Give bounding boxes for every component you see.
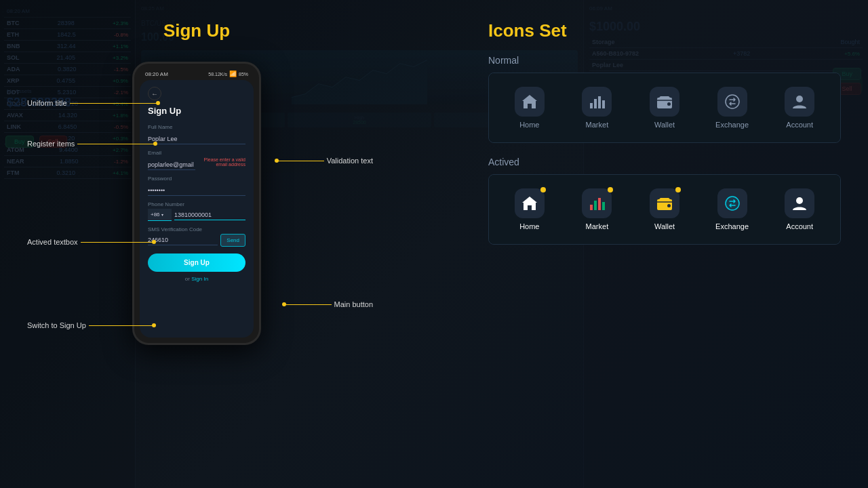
home-icon-normal: [515, 87, 545, 117]
main-content: Sign Up 08:20 AM 58.12K/s 📶 85%: [0, 0, 868, 488]
icon-item-wallet-normal[interactable]: Wallet: [637, 87, 692, 129]
annotation-validation-text-label: Validation text: [327, 157, 373, 165]
signup-button[interactable]: Sign Up: [148, 253, 245, 272]
icon-item-market-normal[interactable]: Market: [570, 87, 624, 129]
account-icon-normal: [785, 87, 814, 117]
svg-rect-13: [667, 204, 671, 207]
svg-point-14: [726, 197, 739, 210]
exchange-icon-active: [717, 188, 747, 218]
home-icon-active: [515, 188, 545, 218]
icon-item-wallet-active[interactable]: Wallet: [637, 188, 692, 230]
annotation-switch-label: Switch to Sign Up: [27, 321, 86, 329]
svg-rect-1: [594, 99, 597, 108]
phone-signal: 58.12K/s: [208, 72, 227, 77]
svg-rect-2: [598, 96, 601, 108]
annotation-uniform-title: Uniform title: [27, 99, 158, 107]
svg-point-15: [796, 197, 803, 204]
password-label: Password: [148, 176, 245, 182]
annotation-validation-text: Validation text: [277, 157, 373, 165]
right-section: Icons Set Normal Home: [488, 14, 841, 258]
country-code-selector[interactable]: +86 ▾: [148, 209, 172, 221]
signin-link[interactable]: Sign In: [191, 276, 208, 282]
email-field: Email Please enter a valid email address: [148, 150, 245, 170]
icon-item-exchange-active[interactable]: Exchange: [705, 188, 760, 230]
phone-wifi-icon: 📶: [229, 70, 237, 77]
email-input-wrap: [148, 157, 195, 170]
sms-input[interactable]: [148, 235, 218, 245]
icon-item-account-normal[interactable]: Account: [772, 87, 827, 129]
wallet-label-normal: Wallet: [654, 121, 675, 129]
home-label-active: Home: [519, 222, 539, 230]
exchange-icon-normal: [717, 87, 747, 117]
password-input[interactable]: [148, 186, 245, 196]
or-text: or: [185, 276, 190, 282]
icon-item-exchange-normal[interactable]: Exchange: [705, 87, 760, 129]
phone-input-row: +86 ▾: [148, 209, 245, 221]
signin-switch-row: or Sign In: [148, 276, 245, 282]
market-notification-dot: [608, 187, 613, 192]
market-label-active: Market: [586, 222, 609, 230]
account-label-normal: Account: [786, 121, 813, 129]
svg-rect-3: [602, 100, 605, 108]
icon-item-account-active[interactable]: Account: [772, 188, 827, 230]
fullname-label: Full Name: [148, 124, 245, 130]
annotation-actived-textbox-label: Actived textbox: [27, 238, 78, 246]
email-label: Email: [148, 150, 245, 156]
sms-field: SMS Verification Code Send: [148, 226, 245, 247]
phone-page-title: Sign Up: [148, 106, 245, 116]
phone-battery: 85%: [239, 72, 248, 77]
annotation-main-button: Main button: [284, 300, 373, 308]
wallet-label-active: Wallet: [654, 222, 675, 230]
active-icons-panel: Home Market: [488, 174, 841, 245]
svg-rect-10: [598, 198, 601, 210]
password-field: Password: [148, 176, 245, 196]
back-arrow-icon: ←: [151, 90, 158, 98]
wallet-icon-active: [650, 188, 679, 218]
phone-screen: ← Sign Up Full Name Email: [140, 80, 254, 338]
normal-icons-panel: Home Market: [488, 73, 841, 143]
annotation-actived-textbox: Actived textbox: [27, 238, 154, 246]
phone-field: Phone Number +86 ▾: [148, 201, 245, 221]
svg-rect-8: [590, 205, 593, 210]
svg-point-6: [726, 95, 739, 108]
market-label-normal: Market: [586, 121, 609, 129]
market-icon-active: [582, 188, 612, 218]
phone-back-button[interactable]: ←: [148, 87, 161, 100]
account-label-active: Account: [786, 222, 813, 230]
annotation-register-items-label: Register items: [27, 140, 75, 148]
email-error-text: Please enter a valid email address: [198, 157, 245, 167]
svg-rect-11: [602, 202, 605, 210]
phone-label: Phone Number: [148, 201, 245, 207]
annotation-uniform-title-label: Uniform title: [27, 99, 67, 107]
icon-item-home-active[interactable]: Home: [502, 188, 557, 230]
sms-input-row: Send: [148, 234, 245, 247]
left-section: Sign Up 08:20 AM 58.12K/s 📶 85%: [27, 14, 366, 414]
svg-rect-0: [590, 103, 593, 108]
svg-point-7: [796, 96, 803, 102]
normal-state-label: Normal: [488, 55, 841, 66]
chevron-down-icon: ▾: [161, 212, 163, 217]
phone-number-input[interactable]: [174, 210, 245, 220]
annotation-main-button-label: Main button: [334, 300, 373, 308]
fullname-field: Full Name: [148, 124, 245, 144]
icons-set-title: Icons Set: [488, 20, 841, 41]
active-state-label: Actived: [488, 157, 841, 167]
send-sms-button[interactable]: Send: [220, 234, 245, 247]
phone-time: 08:20 AM: [145, 71, 168, 77]
active-icons-row: Home Market: [489, 175, 840, 244]
wallet-notification-dot: [675, 187, 681, 192]
icon-item-market-active[interactable]: Market: [570, 188, 624, 230]
home-notification-dot: [540, 187, 546, 192]
fullname-input[interactable]: [148, 134, 245, 144]
svg-rect-5: [667, 102, 671, 106]
email-input[interactable]: [148, 160, 195, 170]
svg-rect-9: [594, 201, 597, 210]
annotation-switch-signup: Switch to Sign Up: [27, 321, 154, 329]
annotation-register-items: Register items: [27, 140, 155, 148]
exchange-label-normal: Exchange: [715, 121, 749, 129]
normal-icons-row: Home Market: [489, 73, 840, 142]
icon-item-home-normal[interactable]: Home: [502, 87, 557, 129]
exchange-label-active: Exchange: [715, 222, 749, 230]
signup-title: Sign Up: [27, 20, 366, 41]
email-error-row: Please enter a valid email address: [148, 157, 245, 170]
